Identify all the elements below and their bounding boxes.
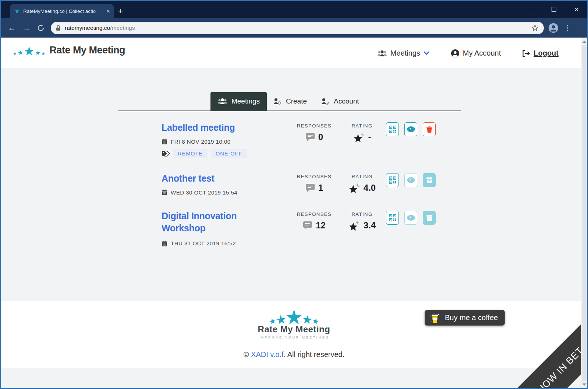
meeting-date-text: WED 30 OCT 2019 15:54 <box>171 189 237 196</box>
copyright-company-link[interactable]: XADI v.o.f. <box>251 350 286 358</box>
tab-create[interactable]: Create <box>272 92 307 111</box>
star-rating-icon <box>348 220 360 231</box>
qr-code-icon <box>389 176 396 184</box>
rating-value: 4.0 <box>364 183 376 193</box>
preview-button[interactable] <box>404 122 417 136</box>
eye-icon <box>407 126 415 132</box>
responses-label: RESPONSES <box>297 123 332 129</box>
tab-account[interactable]: Account <box>320 92 359 111</box>
footer-logo-stars-icon: ★★★★★ <box>268 307 321 326</box>
scrollbar-up-arrow[interactable] <box>581 38 587 45</box>
buy-me-a-coffee-label: Buy me a coffee <box>445 313 498 322</box>
url-path: /meetings <box>110 25 135 31</box>
meeting-title-link[interactable]: Digital Innovation Workshop <box>162 210 254 234</box>
responses-label: RESPONSES <box>297 211 332 217</box>
buy-me-a-coffee-button[interactable]: Buy me a coffee <box>425 310 505 326</box>
archive-button[interactable] <box>423 173 436 187</box>
responses-cell: RESPONSES 12 <box>290 210 338 246</box>
users-icon <box>377 50 387 57</box>
site-header: ★★★★★ Rate My Meeting Meetings My Accoun… <box>1 38 587 69</box>
nav-meetings-label: Meetings <box>390 49 420 57</box>
tabbar-underline <box>118 111 461 111</box>
back-icon[interactable]: ← <box>8 24 16 32</box>
bookmark-star-icon[interactable] <box>531 24 539 32</box>
meeting-date: THU 31 OCT 2019 16:52 <box>162 240 290 246</box>
responses-cell: RESPONSES 0 <box>290 122 338 158</box>
qr-code-button[interactable] <box>386 211 399 225</box>
calendar-icon <box>162 189 167 195</box>
nav-my-account-label: My Account <box>463 49 501 57</box>
meeting-info: Another test WED 30 OCT 2019 15:54 <box>162 172 290 196</box>
preview-button[interactable] <box>404 211 417 225</box>
profile-avatar-icon[interactable] <box>548 23 559 33</box>
responses-value: 1 <box>318 183 323 193</box>
close-button[interactable]: ✕ <box>573 6 581 13</box>
scrollbar-thumb[interactable] <box>582 45 587 381</box>
meeting-date-text: THU 31 OCT 2019 16:52 <box>171 240 236 246</box>
responses-value: 0 <box>318 132 323 142</box>
chevron-down-icon <box>424 51 429 55</box>
header-nav: Meetings My Account Logout <box>377 38 559 69</box>
scrollbar-down-arrow[interactable] <box>581 381 587 388</box>
meeting-info: Labelled meeting FRI 8 NOV 2019 10:00 RE… <box>162 122 290 158</box>
reload-icon[interactable] <box>37 24 45 32</box>
delete-button[interactable] <box>423 122 436 136</box>
meeting-row: Labelled meeting FRI 8 NOV 2019 10:00 RE… <box>162 122 436 158</box>
tab-account-label: Account <box>334 97 359 105</box>
qr-code-icon <box>389 214 396 221</box>
meeting-date: WED 30 OCT 2019 15:54 <box>162 189 290 196</box>
url-bar[interactable]: ratemymeeting.co/meetings <box>51 22 544 34</box>
star-rating-icon <box>348 183 360 193</box>
nav-meetings[interactable]: Meetings <box>377 49 429 57</box>
qr-code-button[interactable] <box>386 173 399 187</box>
comment-icon <box>305 183 315 192</box>
maximize-button[interactable] <box>552 7 556 12</box>
calendar-icon <box>162 241 167 246</box>
browser-window: ★ RateMyMeeting.co | Collect actio × + —… <box>0 0 588 389</box>
coffee-cup-icon <box>429 312 440 324</box>
qr-code-icon <box>389 126 396 133</box>
rating-value: - <box>368 132 371 142</box>
person-circle-icon <box>451 49 460 58</box>
page-scrollbar[interactable] <box>581 38 587 388</box>
browser-menu-icon[interactable]: ⋮ <box>564 24 571 32</box>
nav-logout-label: Logout <box>534 49 559 57</box>
nav-my-account[interactable]: My Account <box>451 49 501 58</box>
meeting-row: Digital Innovation Workshop THU 31 OCT 2… <box>162 210 436 246</box>
responses-cell: RESPONSES 1 <box>290 172 338 196</box>
rating-value: 3.4 <box>364 220 376 231</box>
qr-code-button[interactable] <box>386 122 399 136</box>
archive-button[interactable] <box>423 211 436 225</box>
browser-tab-title: RateMyMeeting.co | Collect actio <box>23 8 104 14</box>
row-actions <box>386 122 436 158</box>
url-domain: ratemymeeting.co <box>65 25 110 31</box>
forward-icon[interactable]: → <box>23 24 31 32</box>
tab-meetings[interactable]: Meetings <box>210 92 267 111</box>
rating-cell: RATING - <box>338 122 386 158</box>
responses-value: 12 <box>316 220 326 231</box>
site-logo[interactable]: ★★★★★ Rate My Meeting <box>12 44 125 57</box>
preview-button[interactable] <box>404 173 417 187</box>
star-rating-icon <box>353 132 365 142</box>
site-footer: ★★★★★ Rate My Meeting IMPROVE YOUR MEETI… <box>1 301 587 368</box>
browser-toolbar: ← → ratemymeeting.co/meetings ⋮ <box>1 18 587 38</box>
meeting-date: FRI 8 NOV 2019 10:00 <box>162 139 290 145</box>
nav-logout[interactable]: Logout <box>522 49 559 57</box>
new-tab-button[interactable]: + <box>118 7 123 15</box>
browser-tab[interactable]: ★ RateMyMeeting.co | Collect actio × <box>10 4 114 18</box>
tab-close-icon[interactable]: × <box>106 8 110 14</box>
browser-tabstrip: ★ RateMyMeeting.co | Collect actio × + —… <box>1 1 587 18</box>
users-icon <box>217 98 227 105</box>
tab-meetings-label: Meetings <box>231 97 260 105</box>
responses-label: RESPONSES <box>297 174 332 179</box>
meeting-title-link[interactable]: Another test <box>162 172 290 185</box>
url-text: ratemymeeting.co/meetings <box>65 25 531 31</box>
rating-cell: RATING 3.4 <box>338 210 386 246</box>
tags-icon <box>162 150 170 157</box>
minimize-button[interactable]: — <box>527 6 535 13</box>
meeting-title-link[interactable]: Labelled meeting <box>162 122 290 134</box>
toolbar-right: ⋮ <box>548 23 571 33</box>
window-controls: — ✕ <box>527 1 581 18</box>
user-plus-icon <box>272 98 282 105</box>
meeting-row: Another test WED 30 OCT 2019 15:54 RESPO… <box>162 172 436 196</box>
